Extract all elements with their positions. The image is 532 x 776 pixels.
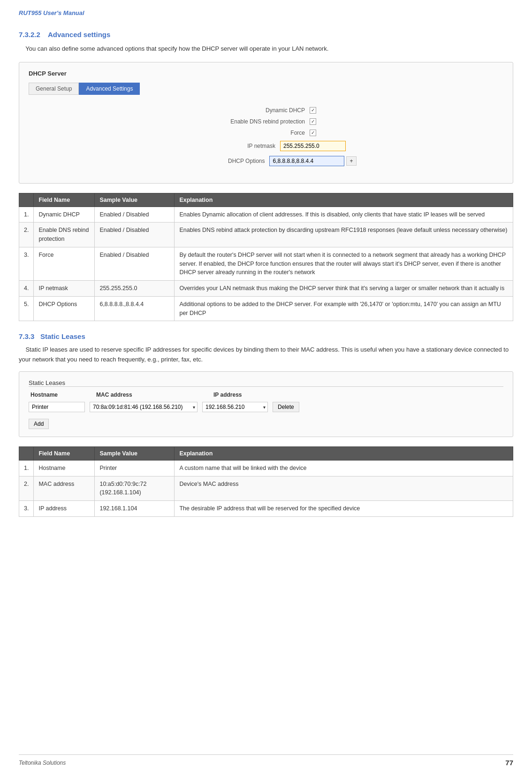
field-name: Dynamic DHCP [34,207,95,223]
row-num: 2. [19,476,34,501]
explanation: Additional options to be added to the DH… [175,296,513,321]
section-732-name: Advanced settings [48,31,110,38]
ip-netmask-control [280,141,346,151]
dhcp-box-title: DHCP Server [29,70,503,77]
table-row: 4. IP netmask 255.255.255.0 Overrides yo… [19,281,513,297]
force-control: ✓ [310,130,316,136]
dhcp-options-control: + [269,156,356,166]
sample-value: 255.255.255.0 [95,281,175,297]
section-733-number: 7.3.3 [19,332,34,340]
sl-delete-btn[interactable]: Delete [273,402,299,412]
table-row: 3. IP address 192.168.1.104 The desirabl… [19,501,513,517]
sample-value: Enabled / Disabled [95,223,175,247]
sl-mac-select-wrap: 70:8a:09:1d:81:46 (192.168.56.210) [90,402,198,412]
dhcp-server-screenshot: DHCP Server General Setup Advanced Setti… [19,62,513,184]
row-num: 1. [19,460,34,476]
explanation: The desirable IP address that will be re… [175,501,513,517]
dynamic-dhcp-row: Dynamic DHCP ✓ [29,107,503,114]
dhcp-options-add-btn[interactable]: + [346,156,356,166]
sl-mac-select[interactable]: 70:8a:09:1d:81:46 (192.168.56.210) [90,402,198,412]
dhcp-options-row: DHCP Options + [29,156,503,166]
section-732-intro: You can also define some advanced option… [19,44,513,54]
force-row: Force ✓ [29,130,503,136]
advanced-settings-table: Field Name Sample Value Explanation 1. D… [19,193,513,322]
col-header-num [19,193,34,207]
dns-rebind-label: Enable DNS rebind protection [216,118,310,125]
sample-value: Enabled / Disabled [95,247,175,280]
explanation: Device's MAC address [175,476,513,501]
field-name: DHCP Options [34,296,95,321]
sl-col-hostname: Hostname [30,392,91,398]
row-num: 3. [19,501,34,517]
static-leases-title: Static Leases [29,379,503,386]
sl-col-mac: MAC address [96,392,209,398]
sl-col-header-explanation: Explanation [175,446,513,460]
sl-hostname-input[interactable] [29,402,85,412]
sl-col-header-num [19,446,34,460]
ip-netmask-label: IP netmask [186,143,280,149]
sl-col-ip: IP address [213,392,289,398]
table-row: 2. MAC address 10:a5:d0:70:9c:72 (192.16… [19,476,513,501]
row-num: 2. [19,223,34,247]
field-name: IP netmask [34,281,95,297]
section-733-para1: Static IP leases are used to reserve spe… [19,345,513,365]
row-num: 3. [19,247,34,280]
table-row: 1. Dynamic DHCP Enabled / Disabled Enabl… [19,207,513,223]
section-732-title: 7.3.2.2 Advanced settings [19,31,513,38]
table-row: 1. Hostname Printer A custom name that w… [19,460,513,476]
sl-col-header-sample: Sample Value [95,446,175,460]
section-733-title: 7.3.3 Static Leases [19,332,513,340]
explanation: Overrides your LAN netmask thus making t… [175,281,513,297]
table-row: 3. Force Enabled / Disabled By default t… [19,247,513,280]
page-footer: Teltonika Solutions 77 [19,754,513,767]
field-name: Enable DNS rebind protection [34,223,95,247]
field-name: Force [34,247,95,280]
dhcp-tab-bar: General Setup Advanced Settings [29,83,503,95]
section-732-number: 7.3.2.2 [19,31,40,38]
dns-rebind-checkbox[interactable]: ✓ [310,118,316,125]
page-number: 77 [505,759,513,767]
dhcp-options-label: DHCP Options [175,158,269,164]
tab-advanced-settings[interactable]: Advanced Settings [79,83,140,95]
table-row: 5. DHCP Options 6,8.8.8.8.,8.8.4.4 Addit… [19,296,513,321]
field-name: Hostname [34,460,95,476]
sample-value: Enabled / Disabled [95,207,175,223]
dns-rebind-control: ✓ [310,118,316,125]
sample-value: 6,8.8.8.8.,8.8.4.4 [95,296,175,321]
dns-rebind-row: Enable DNS rebind protection ✓ [29,118,503,125]
dhcp-options-input[interactable] [269,156,344,166]
sl-ip-select[interactable]: 192.168.56.210 [202,402,268,412]
static-lease-row: 70:8a:09:1d:81:46 (192.168.56.210) 192.1… [29,402,503,412]
sl-add-btn[interactable]: Add [29,419,49,429]
field-name: MAC address [34,476,95,501]
dynamic-dhcp-control: ✓ [310,107,316,114]
explanation: By default the router's DHCP server will… [175,247,513,280]
sl-col-header-field: Field Name [34,446,95,460]
col-header-field: Field Name [34,193,95,207]
force-checkbox[interactable]: ✓ [310,130,316,136]
page-header: RUT955 User's Manual [19,9,513,16]
ip-netmask-row: IP netmask [29,141,503,151]
col-header-explanation: Explanation [175,193,513,207]
explanation: Enables DNS rebind attack protection by … [175,223,513,247]
row-num: 5. [19,296,34,321]
tab-general-setup[interactable]: General Setup [29,83,79,95]
footer-company: Teltonika Solutions [19,760,66,766]
table-row: 2. Enable DNS rebind protection Enabled … [19,223,513,247]
field-name: IP address [34,501,95,517]
sl-ip-select-wrap: 192.168.56.210 [202,402,268,412]
sample-value: Printer [95,460,175,476]
row-num: 4. [19,281,34,297]
static-leases-screenshot: Static Leases Hostname MAC address IP ad… [19,371,513,437]
ip-netmask-input[interactable] [280,141,346,151]
sample-value: 192.168.1.104 [95,501,175,517]
row-num: 1. [19,207,34,223]
force-label: Force [216,130,310,136]
static-leases-table: Field Name Sample Value Explanation 1. H… [19,446,513,517]
dynamic-dhcp-checkbox[interactable]: ✓ [310,107,316,114]
col-header-sample: Sample Value [95,193,175,207]
dynamic-dhcp-label: Dynamic DHCP [216,107,310,114]
explanation: A custom name that will be linked with t… [175,460,513,476]
section-733-name: Static Leases [40,332,85,340]
sample-value: 10:a5:d0:70:9c:72 (192.168.1.104) [95,476,175,501]
